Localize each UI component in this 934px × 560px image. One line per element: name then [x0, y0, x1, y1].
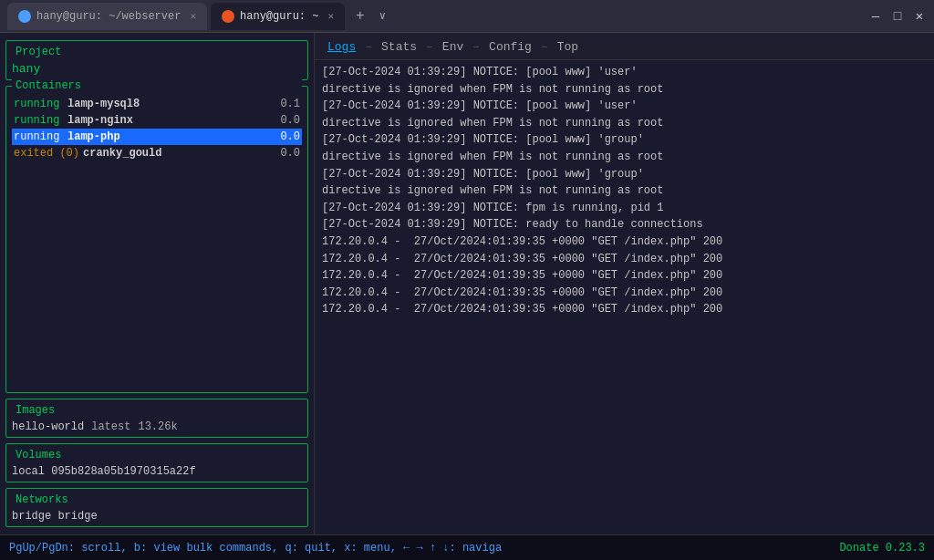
image-name-0: hello-world: [12, 420, 84, 433]
statusbar-left-text: PgUp/PgDn: scroll, b: view bulk commands…: [9, 542, 502, 555]
tab-stats[interactable]: Stats: [376, 38, 422, 56]
tab-top[interactable]: Top: [552, 38, 584, 56]
log-content[interactable]: [27-Oct-2024 01:39:29] NOTICE: [pool www…: [315, 60, 934, 534]
image-size-0: 13.26k: [138, 420, 177, 433]
maximize-button[interactable]: □: [890, 9, 905, 24]
container-name-2: lamp-php: [67, 130, 269, 143]
dropdown-icon: ∨: [379, 10, 386, 23]
sep-4: –: [541, 40, 548, 54]
containers-section: Containers running lamp-mysql8 0.1 runni…: [5, 86, 308, 393]
right-tabs: Logs – Stats – Env – Config – Top: [315, 33, 934, 60]
minimize-button[interactable]: —: [868, 9, 883, 24]
tab-dropdown[interactable]: ∨: [376, 9, 389, 23]
container-row-3[interactable]: exited (0) cranky_gould 0.0: [12, 145, 302, 161]
window-controls: — □ ✕: [868, 9, 927, 24]
container-name-1: lamp-nginx: [67, 114, 269, 127]
right-panel: Logs – Stats – Env – Config – Top [27-Oc…: [315, 33, 934, 534]
networks-section-title: Networks: [12, 493, 72, 506]
tab-close-1[interactable]: ✕: [190, 10, 196, 22]
tab-config[interactable]: Config: [483, 38, 537, 56]
statusbar-right-text: Donate 0.23.3: [839, 542, 925, 555]
containers-section-title: Containers: [12, 79, 302, 92]
image-row-0: hello-world latest 13.26k: [12, 420, 302, 433]
container-cpu-3: 0.0: [273, 147, 300, 160]
network-row-0: bridge bridge: [12, 510, 302, 523]
titlebar: hany@guru: ~/webserver ✕ hany@guru: ~ ✕ …: [0, 0, 934, 33]
tab-webserver[interactable]: hany@guru: ~/webserver ✕: [7, 3, 207, 30]
container-status-0: running: [14, 98, 64, 110]
volumes-section: Volumes local 095b828a05b1970315a22f: [5, 443, 308, 482]
tab-label-2: hany@guru: ~: [240, 10, 318, 23]
container-cpu-2: 0.0: [273, 130, 300, 143]
container-name-0: lamp-mysql8: [67, 98, 269, 110]
close-button[interactable]: ✕: [912, 9, 927, 24]
container-row-1[interactable]: running lamp-nginx 0.0: [12, 112, 302, 129]
container-status-1: running: [14, 114, 64, 127]
container-cpu-0: 0.1: [273, 98, 300, 110]
tab-env[interactable]: Env: [437, 38, 469, 56]
sep-3: –: [472, 40, 480, 54]
image-tag-0: latest: [91, 420, 130, 433]
tab-icon-1: [18, 10, 31, 23]
project-section: Project hany: [5, 40, 308, 80]
volume-row-0: local 095b828a05b1970315a22f: [12, 465, 302, 478]
new-tab-button[interactable]: +: [348, 5, 372, 28]
sep-1: –: [365, 40, 372, 54]
images-section: Images hello-world latest 13.26k: [5, 399, 308, 438]
new-tab-icon: +: [356, 8, 365, 25]
container-status-2: running: [14, 130, 64, 143]
volumes-section-title: Volumes: [12, 449, 65, 461]
container-name-3: cranky_gould: [83, 147, 269, 160]
main-content: Project hany Containers running lamp-mys…: [0, 33, 934, 534]
tab-logs[interactable]: Logs: [322, 38, 361, 56]
networks-section: Networks bridge bridge: [5, 488, 308, 527]
left-panel: Project hany Containers running lamp-mys…: [0, 33, 315, 534]
project-section-title: Project: [12, 46, 65, 58]
tab-icon-2: [222, 10, 234, 23]
sep-2: –: [426, 40, 433, 54]
images-section-title: Images: [12, 404, 58, 417]
container-cpu-1: 0.0: [273, 114, 300, 127]
tab-label-1: hany@guru: ~/webserver: [36, 10, 181, 23]
container-row-2[interactable]: running lamp-php 0.0: [12, 129, 302, 145]
container-status-3: exited (0): [14, 147, 79, 160]
project-name: hany: [12, 62, 302, 76]
tab-home[interactable]: hany@guru: ~ ✕: [211, 3, 345, 30]
statusbar: PgUp/PgDn: scroll, b: view bulk commands…: [0, 534, 934, 560]
container-row-0[interactable]: running lamp-mysql8 0.1: [12, 96, 302, 112]
tab-close-2[interactable]: ✕: [327, 10, 334, 22]
